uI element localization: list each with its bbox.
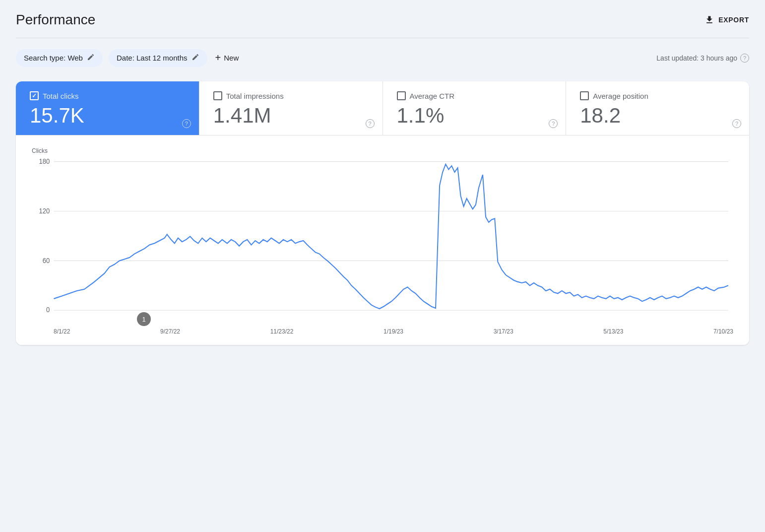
filter-bar: Search type: Web Date: Last 12 months + … [16,48,749,67]
metric-checkbox-ctr [397,91,406,100]
pencil-icon-date [191,53,199,63]
search-type-label: Search type: Web [24,54,83,62]
metric-total-impressions[interactable]: Total impressions 1.41M ? [199,81,383,135]
svg-text:60: 60 [43,257,50,265]
plus-icon: + [215,52,221,64]
svg-text:0: 0 [46,306,50,314]
chart-y-label: Clicks [32,147,733,154]
x-label-0: 8/1/22 [54,328,70,335]
metric-value-impressions: 1.41M [213,104,369,127]
checkmark-icon: ✓ [32,92,37,99]
metric-label-clicks: Total clicks [43,92,79,100]
svg-text:180: 180 [39,158,50,165]
pencil-icon [87,53,95,63]
ctr-help-icon[interactable]: ? [549,119,558,128]
chart-svg: 180 120 60 0 [32,156,733,325]
metric-label-row-position: Average position [580,91,735,100]
new-label: New [224,54,239,62]
chart-area: Clicks 180 120 60 0 [16,135,749,345]
metric-help-position: ? [732,119,741,128]
metric-help-impressions: ? [366,119,375,128]
last-updated-help-icon[interactable]: ? [740,54,749,63]
metric-total-clicks[interactable]: ✓ Total clicks 15.7K ? [16,81,199,135]
date-label: Date: Last 12 months [117,54,188,62]
metric-average-position[interactable]: Average position 18.2 ? [566,81,749,135]
metric-label-impressions: Total impressions [226,92,284,100]
metric-value-clicks: 15.7K [30,104,185,127]
clicks-line [54,164,728,309]
position-help-icon[interactable]: ? [732,119,741,128]
metric-checkbox-impressions [213,91,222,100]
export-button[interactable]: EXPORT [704,15,749,25]
x-label-2: 11/23/22 [270,328,294,335]
download-icon [704,15,714,25]
impressions-help-icon[interactable]: ? [366,119,375,128]
metric-checkbox-position [580,91,589,100]
metric-value-ctr: 1.1% [397,104,552,127]
x-axis-labels: 8/1/22 9/27/22 11/23/22 1/19/23 3/17/23 … [32,325,733,335]
page-header: Performance EXPORT [16,12,749,28]
metric-label-row-ctr: Average CTR [397,91,552,100]
x-label-4: 3/17/23 [494,328,513,335]
chart-wrapper: 180 120 60 0 1 [32,156,733,325]
search-type-filter[interactable]: Search type: Web [16,49,103,67]
metric-help-ctr: ? [549,119,558,128]
page-title: Performance [16,12,95,28]
export-label: EXPORT [718,16,749,24]
metric-checkbox-clicks: ✓ [30,91,39,100]
x-label-1: 9/27/22 [160,328,180,335]
metric-label-row-impressions: Total impressions [213,91,369,100]
last-updated-text: Last updated: 3 hours ago [656,54,737,62]
x-label-6: 7/10/23 [713,328,733,335]
metric-help-clicks: ? [182,119,191,128]
clicks-help-icon[interactable]: ? [182,119,191,128]
new-button[interactable]: + New [213,48,241,67]
header-divider [16,38,749,38]
date-filter[interactable]: Date: Last 12 months [109,49,207,67]
metric-value-position: 18.2 [580,104,735,127]
metric-average-ctr[interactable]: Average CTR 1.1% ? [383,81,567,135]
metrics-card: ✓ Total clicks 15.7K ? Total impressions… [16,81,749,345]
page-container: Performance EXPORT Search type: Web Date… [0,0,765,357]
metric-label-position: Average position [593,92,648,100]
metrics-row: ✓ Total clicks 15.7K ? Total impressions… [16,81,749,135]
x-label-3: 1/19/23 [383,328,403,335]
metric-label-ctr: Average CTR [410,92,455,100]
svg-text:120: 120 [39,207,50,215]
last-updated: Last updated: 3 hours ago ? [656,54,749,63]
metric-label-row-clicks: ✓ Total clicks [30,91,185,100]
x-label-5: 5/13/23 [603,328,623,335]
